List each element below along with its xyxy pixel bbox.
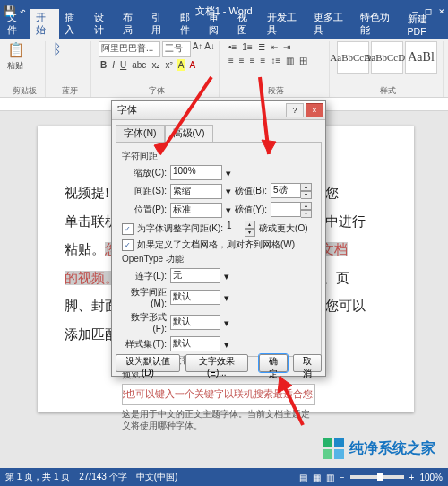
view-print-layout-icon[interactable]: ▤ [299, 473, 307, 482]
zoom-slider[interactable] [350, 475, 404, 479]
chevron-down-icon[interactable]: ▾ [224, 271, 229, 282]
spin-down-icon[interactable]: ▾ [301, 191, 312, 199]
superscript-icon[interactable]: x² [163, 59, 174, 71]
chevron-down-icon[interactable]: ▾ [226, 168, 231, 178]
grow-font-icon[interactable]: A↑ [193, 41, 203, 57]
position-by-label: 磅值(Y): [235, 204, 267, 216]
font-name-select[interactable]: 阿里巴巴普... [99, 41, 160, 57]
align-center-icon[interactable]: ≡ [237, 55, 246, 69]
align-left-icon[interactable]: ≡ [227, 55, 236, 69]
shading-icon[interactable]: ▥ [284, 55, 296, 69]
ok-button[interactable]: 确定 [259, 354, 288, 372]
ribbon-tab-strip: 文件 开始 插入 设计 布局 引用 邮件 审阅 视图 开发工具 更多工具 特色功… [0, 22, 448, 39]
dialog-title-bar[interactable]: 字体 ? × [112, 101, 325, 120]
text-effects-button[interactable]: 文字效果(E)... [185, 354, 248, 372]
increase-indent-icon[interactable]: ⇥ [281, 41, 292, 53]
tab-review[interactable]: 审阅 [203, 9, 232, 39]
group-clipboard-label: 剪贴板 [7, 85, 41, 97]
spacing-by-input[interactable]: 5磅 [271, 183, 301, 198]
shrink-font-icon[interactable]: A↓ [204, 41, 215, 57]
zoom-in-icon[interactable]: + [409, 473, 415, 482]
font-color-icon[interactable]: A [187, 59, 197, 71]
position-label: 位置(P): [122, 204, 167, 216]
tab-developer[interactable]: 开发工具 [262, 9, 308, 39]
dialog-button-row: 设为默认值(D) 文字效果(E)... 确定 取消 [116, 354, 322, 372]
style-heading1[interactable]: AaBl [405, 41, 437, 74]
strike-icon[interactable]: abc [130, 59, 148, 71]
style-nospacing[interactable]: AaBbCcDd [371, 41, 403, 74]
line-spacing-icon[interactable]: ↕≡ [269, 55, 282, 69]
kerning-checkbox[interactable]: ✓ [122, 223, 134, 235]
scale-select[interactable]: 100% [170, 165, 222, 180]
dialog-tab-font[interactable]: 字体(N) [116, 125, 165, 143]
status-page[interactable]: 第 1 页，共 1 页 [5, 471, 70, 483]
cancel-button[interactable]: 取消 [293, 354, 322, 372]
tab-pdf[interactable]: 新建PDF [402, 11, 448, 39]
tab-file[interactable]: 文件 [2, 9, 30, 39]
kerning-value-input[interactable]: 1 [227, 221, 245, 237]
tab-view[interactable]: 视图 [232, 9, 261, 39]
justify-icon[interactable]: ≡ [259, 55, 268, 69]
tab-design[interactable]: 设计 [89, 9, 117, 39]
chevron-down-icon[interactable]: ▾ [226, 204, 231, 215]
decrease-indent-icon[interactable]: ⇤ [269, 41, 280, 53]
set-default-button[interactable]: 设为默认值(D) [116, 354, 180, 372]
bluetooth-icon[interactable]: ᛒ [53, 41, 87, 57]
view-read-mode-icon[interactable]: ▦ [313, 473, 321, 482]
tab-insert[interactable]: 插入 [59, 9, 88, 39]
numspace-select[interactable]: 默认 [170, 290, 220, 305]
dialog-tab-advanced[interactable]: 高级(V) [165, 125, 213, 143]
zoom-percent[interactable]: 100% [419, 473, 443, 482]
highlight-icon[interactable]: A [177, 59, 186, 71]
status-language[interactable]: 中文(中国) [136, 471, 178, 483]
status-word-count[interactable]: 27/143 个字 [79, 471, 126, 483]
spin-up-icon[interactable]: ▴ [245, 221, 255, 229]
font-dialog: 字体 ? × 字体(N) 高级(V) 字符间距 缩放(C): 100%▾ 间距(… [111, 100, 326, 377]
snap-grid-label: 如果定义了文档网格，则对齐到网格(W) [137, 239, 295, 251]
tab-mailings[interactable]: 邮件 [175, 9, 203, 39]
italic-icon[interactable]: I [110, 59, 116, 71]
preview-description: 这是用于中文的正文主题字体。当前文档主题定义将使用哪种字体。 [122, 409, 315, 432]
number-list-icon[interactable]: 1≡ [240, 41, 254, 53]
position-by-input[interactable] [271, 202, 301, 217]
ligatures-label: 连字(L): [122, 270, 167, 282]
group-bt-label: 蓝牙 [53, 85, 87, 97]
spin-up-icon[interactable]: ▴ [301, 202, 312, 210]
watermark-logo-icon [323, 438, 344, 459]
dialog-close-button[interactable]: × [306, 103, 323, 117]
paste-button[interactable]: 📋 [7, 41, 41, 58]
borders-icon[interactable]: 田 [297, 55, 310, 69]
spin-down-icon[interactable]: ▾ [245, 229, 255, 237]
font-size-select[interactable]: 三号 [162, 41, 190, 57]
tab-special[interactable]: 特色功能 [355, 9, 401, 39]
group-clipboard: 📋 粘贴 剪贴板 [4, 41, 46, 97]
spin-down-icon[interactable]: ▾ [301, 210, 312, 218]
chevron-down-icon[interactable]: ▾ [224, 317, 229, 328]
underline-icon[interactable]: U [118, 59, 128, 71]
snap-grid-checkbox[interactable]: ✓ [122, 239, 134, 251]
view-web-icon[interactable]: ▥ [326, 473, 334, 482]
tab-layout[interactable]: 布局 [117, 9, 146, 39]
numform-select[interactable]: 默认 [170, 315, 220, 330]
bold-icon[interactable]: B [99, 59, 108, 71]
styleset-select[interactable]: 默认 [170, 336, 220, 351]
bullet-list-icon[interactable]: •≡ [227, 41, 238, 53]
subscript-icon[interactable]: x₂ [150, 59, 161, 71]
group-font: 阿里巴巴普... 三号 A↑ A↓ B I U abc x₂ x² A A 字体 [95, 41, 220, 97]
position-select[interactable]: 标准 [170, 203, 222, 218]
styleset-label: 样式集(T): [122, 338, 167, 351]
ligatures-select[interactable]: 无 [170, 268, 220, 283]
spacing-select[interactable]: 紧缩 [170, 184, 222, 199]
chevron-down-icon[interactable]: ▾ [224, 339, 229, 350]
status-bar: 第 1 页，共 1 页 27/143 个字 中文(中国) ▤ ▦ ▥ − + 1… [0, 468, 448, 486]
chevron-down-icon[interactable]: ▾ [224, 292, 229, 303]
tab-home[interactable]: 开始 [30, 9, 59, 39]
tab-more[interactable]: 更多工具 [308, 9, 355, 39]
spin-up-icon[interactable]: ▴ [301, 183, 312, 191]
multilevel-list-icon[interactable]: ≣ [256, 41, 267, 53]
zoom-out-icon[interactable]: − [340, 473, 345, 482]
align-right-icon[interactable]: ≡ [248, 55, 257, 69]
tab-references[interactable]: 引用 [146, 9, 175, 39]
dialog-help-icon[interactable]: ? [286, 103, 304, 117]
chevron-down-icon[interactable]: ▾ [226, 186, 231, 196]
